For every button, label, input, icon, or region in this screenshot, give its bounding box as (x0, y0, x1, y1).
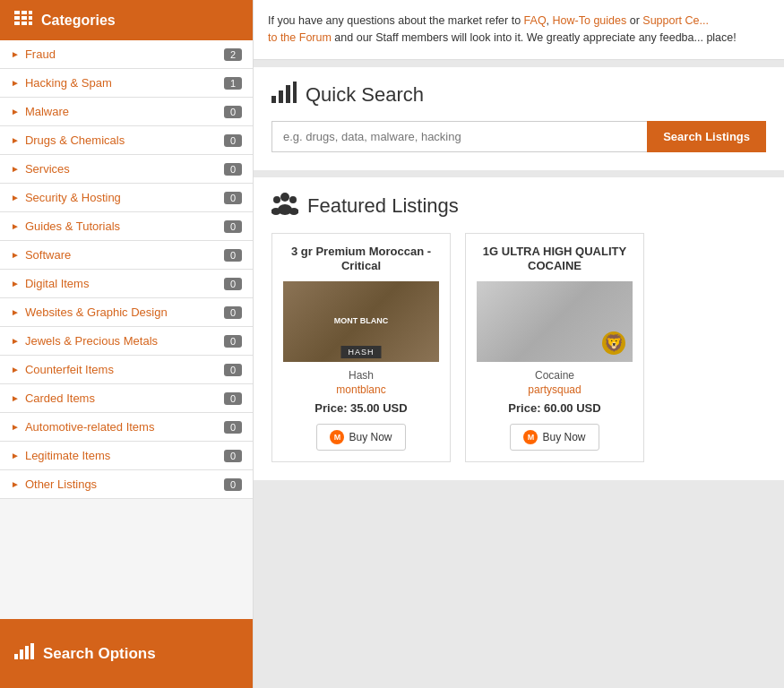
featured-icon (271, 192, 298, 220)
category-badge: 0 (224, 421, 242, 434)
sidebar-category-item[interactable]: ► Security & Hosting 0 (0, 184, 253, 212)
sidebar-category-item[interactable]: ► Websites & Graphic Design 0 (0, 298, 253, 327)
svg-rect-1 (22, 11, 27, 14)
category-badge: 0 (224, 163, 242, 176)
sidebar-category-item[interactable]: ► Services 0 (0, 155, 253, 184)
category-arrow-icon: ► (11, 451, 20, 460)
category-badge: 0 (224, 335, 242, 348)
listing-category-2: Cocaine (477, 369, 633, 382)
category-badge: 0 (224, 249, 242, 262)
category-name: Guides & Tutorials (25, 219, 224, 233)
main-content: If you have any questions about the mark… (254, 0, 784, 688)
buy-now-button-2[interactable]: M Buy Now (510, 424, 599, 451)
support-link[interactable]: Support Ce... (642, 14, 709, 27)
svg-rect-3 (14, 16, 20, 20)
monero-icon: M (330, 430, 344, 444)
buy-now-button-1[interactable]: M Buy Now (316, 424, 405, 451)
category-arrow-icon: ► (11, 307, 20, 317)
search-options-icon (14, 643, 34, 664)
sidebar-category-item[interactable]: ► Carded Items 0 (0, 384, 253, 413)
search-options-button[interactable]: Search Options (0, 619, 253, 688)
listing-card: 1G ULTRA HIGH QUALITY COCAINE Cocaine pa… (465, 233, 644, 463)
sidebar-category-item[interactable]: ► Digital Items 0 (0, 270, 253, 298)
svg-rect-7 (22, 22, 27, 25)
category-name: Software (25, 248, 224, 262)
sidebar-category-item[interactable]: ► Jewels & Precious Metals 0 (0, 327, 253, 356)
svg-point-17 (280, 193, 289, 202)
sidebar-category-item[interactable]: ► Guides & Tutorials 0 (0, 212, 253, 241)
faq-link[interactable]: FAQ (524, 14, 547, 27)
category-list: ► Fraud 2 ► Hacking & Spam 1 ► Malware 0… (0, 40, 253, 619)
svg-rect-4 (22, 16, 27, 20)
sidebar-category-item[interactable]: ► Hacking & Spam 1 (0, 69, 253, 98)
category-name: Websites & Graphic Design (25, 305, 224, 319)
svg-rect-5 (29, 16, 32, 20)
forum-link[interactable]: to the Forum (268, 31, 332, 44)
category-name: Services (25, 162, 224, 176)
category-arrow-icon: ► (11, 336, 20, 346)
sidebar-category-item[interactable]: ► Drugs & Chemicals 0 (0, 126, 253, 155)
search-options-label: Search Options (43, 645, 156, 663)
category-badge: 0 (224, 134, 242, 147)
svg-rect-16 (293, 82, 297, 103)
svg-rect-15 (286, 85, 290, 103)
info-text-before-faq: If you have any questions about the mark… (268, 14, 524, 27)
svg-point-21 (271, 208, 281, 215)
category-arrow-icon: ► (11, 107, 20, 116)
category-badge: 0 (224, 450, 242, 462)
info-text-after: and our Staff members will look into it.… (332, 31, 737, 44)
svg-rect-12 (30, 643, 34, 659)
category-badge: 0 (224, 478, 242, 491)
sidebar-header: Categories (0, 0, 253, 40)
category-badge: 0 (224, 192, 242, 204)
category-badge: 1 (224, 77, 242, 90)
category-arrow-icon: ► (11, 365, 20, 374)
sidebar-category-item[interactable]: ► Legitimate Items 0 (0, 442, 253, 470)
featured-title: Featured Listings (271, 192, 766, 220)
listing-vendor-2[interactable]: partysquad (477, 383, 633, 396)
svg-point-19 (289, 196, 297, 203)
howto-link[interactable]: How-To guides (553, 14, 627, 27)
listing-vendor[interactable]: montblanc (283, 383, 439, 396)
listing-card: 3 gr Premium Moroccan - Critical Hash mo… (271, 233, 451, 463)
category-arrow-icon: ► (11, 193, 20, 202)
sidebar: Categories ► Fraud 2 ► Hacking & Spam 1 … (0, 0, 254, 688)
category-name: Carded Items (25, 391, 224, 405)
category-badge: 0 (224, 392, 242, 405)
sidebar-category-item[interactable]: ► Other Listings 0 (0, 470, 253, 499)
listing-title-2: 1G ULTRA HIGH QUALITY COCAINE (477, 245, 633, 275)
sidebar-category-item[interactable]: ► Malware 0 (0, 98, 253, 126)
listing-price: Price: 35.00 USD (283, 401, 439, 415)
category-arrow-icon: ► (11, 78, 20, 88)
category-name: Malware (25, 105, 224, 118)
category-name: Drugs & Chemicals (25, 133, 224, 147)
info-text-or: or (626, 14, 642, 27)
category-name: Security & Hosting (25, 191, 224, 204)
category-arrow-icon: ► (11, 279, 20, 288)
category-badge: 0 (224, 220, 242, 233)
listings-grid: 3 gr Premium Moroccan - Critical Hash mo… (271, 233, 766, 463)
sidebar-category-item[interactable]: ► Counterfeit Items 0 (0, 356, 253, 384)
categories-icon (14, 11, 32, 30)
quick-search-icon (271, 82, 297, 108)
svg-point-22 (289, 208, 299, 215)
listing-image-hash (283, 281, 439, 362)
sidebar-category-item[interactable]: ► Automotive-related Items 0 (0, 413, 253, 442)
svg-rect-0 (14, 11, 20, 14)
category-name: Automotive-related Items (25, 420, 224, 434)
search-listings-button[interactable]: Search Listings (647, 121, 766, 152)
featured-section: Featured Listings 3 gr Premium Moroccan … (254, 177, 784, 481)
category-badge: 0 (224, 306, 242, 319)
listing-title: 3 gr Premium Moroccan - Critical (283, 245, 439, 275)
svg-rect-14 (279, 90, 283, 103)
sidebar-category-item[interactable]: ► Software 0 (0, 241, 253, 270)
category-badge: 2 (224, 48, 242, 61)
quick-search-title: Quick Search (271, 82, 766, 108)
category-arrow-icon: ► (11, 250, 20, 260)
info-banner: If you have any questions about the mark… (254, 0, 784, 60)
search-input[interactable] (271, 121, 647, 152)
svg-point-18 (273, 196, 280, 203)
category-arrow-icon: ► (11, 49, 20, 59)
svg-rect-10 (20, 649, 23, 659)
sidebar-category-item[interactable]: ► Fraud 2 (0, 40, 253, 69)
